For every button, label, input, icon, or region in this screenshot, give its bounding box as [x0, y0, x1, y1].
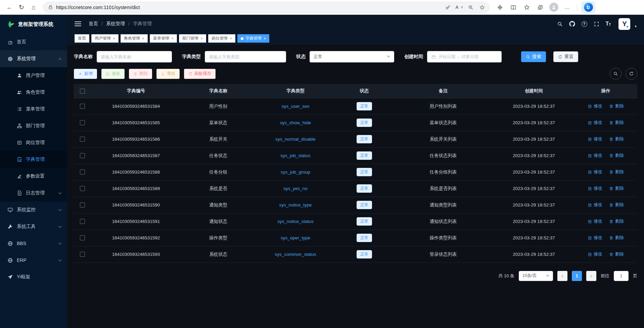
row-delete-button[interactable]: 删除: [609, 235, 624, 241]
tab-close-icon[interactable]: ×: [264, 37, 266, 41]
bing-sidebar-button[interactable]: b: [581, 1, 595, 13]
row-delete-button[interactable]: 删除: [609, 185, 624, 191]
browser-back-button[interactable]: ←: [3, 2, 15, 13]
tab-user-management[interactable]: 用户管理 ×: [91, 34, 119, 43]
sidebar-item-log-management[interactable]: 日志管理: [0, 185, 67, 201]
toggle-search-button[interactable]: [610, 68, 622, 80]
row-checkbox[interactable]: [80, 120, 85, 125]
github-icon[interactable]: [569, 21, 575, 27]
row-delete-button[interactable]: 删除: [609, 136, 624, 142]
row-edit-button[interactable]: 修改: [588, 103, 602, 109]
dict-type-input[interactable]: [209, 54, 282, 59]
row-checkbox[interactable]: [80, 186, 85, 191]
row-checkbox[interactable]: [80, 202, 85, 207]
sidebar-item-system-tools[interactable]: 系统工具: [0, 218, 67, 235]
address-bar-input[interactable]: [56, 5, 443, 10]
search-button[interactable]: 搜索: [521, 51, 546, 62]
pagination-next-button[interactable]: ›: [586, 271, 596, 281]
tab-close-icon[interactable]: ×: [113, 37, 115, 41]
tab-close-icon[interactable]: ×: [230, 37, 232, 41]
browser-profile-avatar[interactable]: [548, 2, 559, 13]
tab-dept-management[interactable]: 部门管理 ×: [179, 34, 206, 43]
add-favorite-icon[interactable]: [477, 3, 487, 12]
dict-type-link[interactable]: sys_job_status: [280, 153, 310, 158]
split-screen-icon[interactable]: [508, 2, 519, 13]
row-checkbox[interactable]: [80, 235, 85, 240]
zoom-out-icon[interactable]: [466, 3, 476, 12]
favorites-icon[interactable]: [521, 2, 533, 13]
dict-type-link[interactable]: sys_common_status: [275, 252, 316, 257]
sidebar-item-dept-management[interactable]: 部门管理: [0, 118, 67, 134]
extensions-icon[interactable]: [494, 2, 506, 13]
tab-role-management[interactable]: 角色管理 ×: [121, 34, 148, 43]
sidebar-item-system-monitor[interactable]: 系统监控: [0, 201, 67, 218]
breadcrumb-home[interactable]: 首页: [89, 21, 98, 27]
export-button[interactable]: 导出: [156, 69, 180, 79]
delete-button[interactable]: 删除: [129, 69, 152, 79]
sidebar-item-bbs[interactable]: BBS: [0, 235, 67, 252]
reset-button[interactable]: 重置: [553, 51, 578, 62]
dict-type-link[interactable]: sys_normal_disable: [275, 137, 315, 142]
row-checkbox[interactable]: [80, 252, 85, 257]
tab-menu-management[interactable]: 菜单管理 ×: [150, 34, 177, 43]
pagination-page-1[interactable]: 1: [572, 271, 582, 281]
row-edit-button[interactable]: 修改: [588, 152, 602, 158]
tab-close-icon[interactable]: ×: [171, 37, 174, 41]
row-checkbox[interactable]: [80, 104, 85, 109]
row-delete-button[interactable]: 删除: [609, 218, 624, 224]
dict-type-link[interactable]: sys_user_sex: [282, 104, 310, 109]
collections-icon[interactable]: [535, 2, 546, 13]
sidebar-item-menu-management[interactable]: 菜单管理: [0, 101, 67, 118]
page-size-select[interactable]: 10条/页: [519, 271, 553, 281]
dict-type-link[interactable]: sys_show_hide: [280, 120, 311, 125]
row-edit-button[interactable]: 修改: [588, 169, 602, 175]
site-security-icon[interactable]: [48, 5, 53, 10]
row-edit-button[interactable]: 修改: [588, 120, 602, 126]
sidebar-item-erp[interactable]: ERP: [0, 252, 67, 269]
tab-dict-management[interactable]: 字典管理 ×: [237, 34, 269, 43]
font-size-icon[interactable]: TT: [606, 21, 611, 27]
sidebar-item-home[interactable]: 首页: [0, 34, 67, 50]
row-delete-button[interactable]: 删除: [609, 103, 624, 109]
row-edit-button[interactable]: 修改: [588, 202, 602, 208]
sidebar-item-system-management[interactable]: 系统管理: [0, 50, 67, 67]
row-delete-button[interactable]: 删除: [609, 120, 624, 126]
address-bar[interactable]: A: [43, 2, 490, 13]
row-edit-button[interactable]: 修改: [588, 136, 602, 142]
tab-post-management[interactable]: 岗位管理 ×: [208, 34, 235, 43]
header-search-icon[interactable]: [557, 21, 563, 27]
row-checkbox[interactable]: [80, 219, 85, 224]
tab-home[interactable]: 首页: [75, 34, 89, 43]
dict-type-link[interactable]: sys_notice_type: [279, 202, 312, 207]
row-checkbox[interactable]: [80, 170, 85, 175]
browser-reload-button[interactable]: ↻: [15, 2, 28, 13]
browser-home-button[interactable]: ⌂: [28, 2, 40, 13]
user-avatar[interactable]: Y: [618, 18, 630, 30]
breadcrumb-section[interactable]: 系统管理: [106, 21, 125, 27]
status-select[interactable]: 正常: [310, 51, 394, 62]
sidebar-item-user-management[interactable]: 用户管理: [0, 67, 67, 84]
password-key-icon[interactable]: [443, 3, 453, 12]
refresh-cache-button[interactable]: 刷新缓存: [184, 69, 216, 79]
row-checkbox[interactable]: [80, 137, 85, 142]
date-range-picker[interactable]: 开始日期 - 结束日期: [427, 51, 502, 62]
browser-menu-icon[interactable]: …: [561, 2, 573, 13]
pagination-goto-input[interactable]: [614, 271, 628, 281]
dict-type-link[interactable]: sys_notice_status: [277, 219, 313, 224]
dict-type-link[interactable]: sys_yes_no: [283, 186, 307, 191]
edit-button[interactable]: 修改: [101, 69, 125, 79]
row-delete-button[interactable]: 删除: [609, 202, 624, 208]
sidebar-toggle-icon[interactable]: [75, 21, 81, 26]
row-edit-button[interactable]: 修改: [588, 251, 602, 257]
dict-type-link[interactable]: sys_oper_type: [281, 235, 310, 240]
help-icon[interactable]: ?: [582, 21, 587, 27]
pagination-prev-button[interactable]: ‹: [557, 271, 567, 281]
sidebar-item-role-management[interactable]: 角色管理: [0, 84, 67, 101]
row-delete-button[interactable]: 删除: [609, 251, 624, 257]
fullscreen-icon[interactable]: [594, 21, 599, 27]
sidebar-item-post-management[interactable]: 岗位管理: [0, 134, 67, 151]
add-button[interactable]: 新增: [74, 69, 97, 79]
row-delete-button[interactable]: 删除: [609, 152, 624, 158]
avatar-caret-icon[interactable]: ▾: [635, 24, 637, 30]
tab-close-icon[interactable]: ×: [200, 37, 203, 41]
